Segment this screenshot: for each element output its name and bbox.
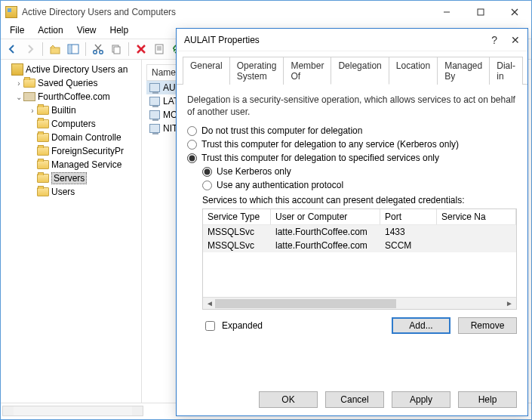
maximize-button[interactable] (463, 1, 497, 23)
radio-label: Trust this computer for delegation to an… (201, 139, 459, 150)
radio-trust-specified-input[interactable] (187, 153, 197, 163)
services-table[interactable]: Service Type User or Computer Port Servi… (202, 208, 517, 310)
cell-service-type: MSSQLSvc (203, 239, 271, 252)
folder-icon (37, 106, 49, 115)
menu-help[interactable]: Help (104, 23, 135, 39)
up-level-button[interactable] (47, 41, 63, 57)
expanded-label: Expanded (222, 320, 263, 331)
col-user-or-computer[interactable]: User or Computer (271, 209, 380, 224)
remove-button[interactable]: Remove (458, 317, 517, 334)
tree-node[interactable]: ⌄ FourthCoffee.com (2, 90, 140, 103)
tree-node[interactable]: Computers (2, 117, 140, 131)
radio-any-protocol[interactable]: Use any authentication protocol (202, 180, 517, 190)
tab-delegation[interactable]: Delegation (331, 57, 389, 85)
dialog-button-row: OK Cancel Apply Help (259, 391, 517, 408)
scroll-right-icon[interactable]: ► (504, 299, 515, 307)
radio-no-trust[interactable]: Do not trust this computer for delegatio… (187, 125, 517, 136)
col-service-type[interactable]: Service Type (203, 209, 271, 224)
domain-icon (23, 92, 35, 101)
tree-root[interactable]: Active Directory Users an (2, 63, 140, 76)
radio-trust-any[interactable]: Trust this computer for delegation to an… (187, 139, 517, 150)
forward-button[interactable] (22, 41, 38, 57)
dialog-tabs: General Operating System Member Of Deleg… (177, 51, 527, 85)
chevron-right-icon[interactable]: › (28, 107, 37, 115)
folder-icon (37, 174, 49, 183)
tree-node-label: FourthCoffee.com (38, 91, 110, 102)
help-button[interactable]: Help (458, 391, 517, 408)
main-window: Active Directory Users and Computers Fil… (0, 0, 532, 420)
app-icon (5, 6, 17, 18)
folder-icon (37, 187, 49, 196)
services-h-scrollbar[interactable]: ◄► (203, 297, 516, 309)
delegation-description: Delegation is a security-sensitive opera… (187, 94, 517, 118)
menu-file[interactable]: File (4, 23, 30, 39)
tree-node[interactable]: › Saved Queries (2, 76, 140, 90)
tree-node[interactable]: ›Builtin (2, 103, 140, 117)
cell-user-computer: latte.FourthCoffee.com (271, 239, 380, 252)
radio-trust-specified[interactable]: Trust this computer for delegation to sp… (187, 153, 517, 163)
dialog-titlebar: AULAIT Properties ? ✕ (177, 29, 527, 51)
cell-user-computer: latte.FourthCoffee.com (271, 225, 380, 239)
folder-icon (37, 160, 49, 169)
minimize-button[interactable] (429, 1, 463, 23)
dialog-title: AULAIT Properties (184, 35, 260, 45)
dialog-close-button[interactable]: ✕ (511, 34, 520, 46)
tab-operating-system[interactable]: Operating System (229, 57, 284, 85)
svg-rect-4 (51, 48, 60, 54)
tab-dial-in[interactable]: Dial-in (489, 57, 523, 85)
chevron-down-icon[interactable]: ⌄ (14, 93, 23, 101)
computer-icon (149, 97, 160, 106)
copy-button[interactable] (108, 41, 125, 57)
tree-h-scrollbar[interactable] (2, 406, 143, 416)
svg-rect-16 (155, 45, 163, 54)
context-help-button[interactable]: ? (491, 34, 497, 46)
menu-view[interactable]: View (71, 23, 103, 39)
computer-icon (149, 83, 160, 92)
cancel-button[interactable]: Cancel (325, 391, 384, 408)
tree-node-servers[interactable]: Servers (2, 171, 140, 185)
tree-node[interactable]: ForeignSecurityPr (2, 144, 140, 158)
radio-kerberos-only-input[interactable] (202, 167, 212, 177)
apply-button[interactable]: Apply (392, 391, 451, 408)
add-button[interactable]: Add... (392, 317, 451, 334)
close-button[interactable] (497, 1, 531, 23)
scroll-left-icon[interactable]: ◄ (204, 299, 215, 307)
col-service-name[interactable]: Service Na (437, 209, 516, 224)
folder-icon (37, 147, 49, 156)
scroll-thumb[interactable] (215, 299, 396, 308)
cell-service-name (437, 225, 516, 239)
ok-button[interactable]: OK (259, 391, 318, 408)
cell-port: SCCM (380, 239, 437, 252)
expanded-checkbox[interactable] (205, 321, 215, 331)
radio-kerberos-only[interactable]: Use Kerberos only (202, 166, 517, 177)
col-port[interactable]: Port (380, 209, 437, 224)
radio-any-protocol-input[interactable] (202, 181, 212, 190)
radio-no-trust-input[interactable] (187, 126, 197, 136)
tree-node[interactable]: Domain Controlle (2, 131, 140, 144)
show-hide-tree-button[interactable] (65, 41, 81, 57)
menu-action[interactable]: Action (32, 23, 69, 39)
tab-managed-by[interactable]: Managed By (437, 57, 490, 85)
delete-button[interactable] (133, 41, 149, 57)
back-button[interactable] (4, 41, 20, 57)
properties-button[interactable] (151, 41, 168, 57)
cell-service-name (437, 239, 516, 252)
table-row[interactable]: MSSQLSvc latte.FourthCoffee.com 1433 (203, 225, 516, 239)
svg-line-10 (96, 45, 101, 51)
svg-rect-13 (114, 47, 120, 54)
cut-button[interactable] (90, 41, 106, 57)
tree-pane[interactable]: Active Directory Users an › Saved Querie… (1, 60, 142, 403)
services-table-header[interactable]: Service Type User or Computer Port Servi… (203, 209, 516, 225)
radio-label: Do not trust this computer for delegatio… (201, 125, 362, 136)
chevron-right-icon[interactable]: › (14, 79, 23, 88)
tree-node[interactable]: Users (2, 185, 140, 199)
tab-member-of[interactable]: Member Of (283, 57, 331, 85)
folder-icon (37, 133, 49, 142)
tree-node[interactable]: Managed Service (2, 158, 140, 171)
window-title: Active Directory Users and Computers (22, 7, 176, 17)
tree-node-label: Computers (51, 119, 96, 129)
table-row[interactable]: MSSQLSvc latte.FourthCoffee.com SCCM (203, 239, 516, 252)
tab-location[interactable]: Location (389, 57, 438, 85)
radio-trust-any-input[interactable] (187, 140, 197, 150)
tab-general[interactable]: General (183, 57, 230, 85)
